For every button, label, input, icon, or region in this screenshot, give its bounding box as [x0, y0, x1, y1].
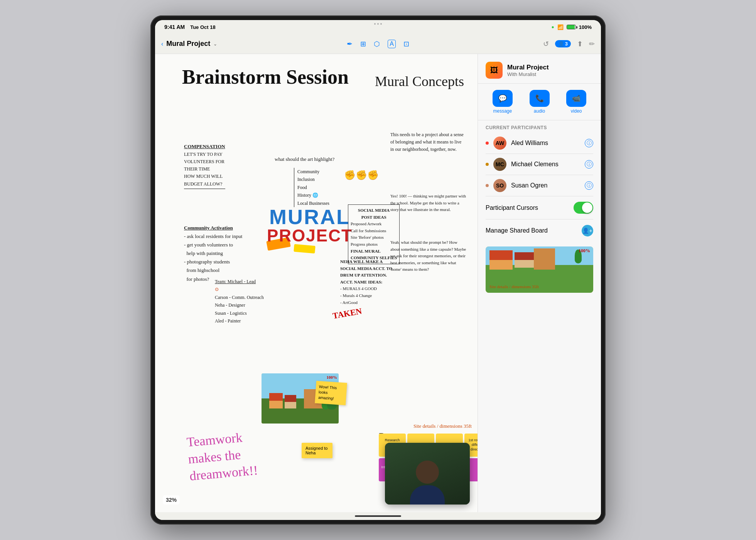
home-indicator: [155, 512, 601, 520]
ipad-screen: 9:41 AM Tue Oct 18 ● 📶 100% ‹ Mural P: [155, 20, 601, 520]
panel-title: Mural Project: [507, 64, 549, 71]
participant-row-aled: AW Aled Williams ⓘ: [478, 133, 601, 154]
share-icon[interactable]: ⬆: [577, 40, 583, 48]
video-call-overlay: [385, 443, 470, 505]
susan-dot: [486, 184, 489, 187]
project-title: Mural Project: [166, 40, 210, 48]
status-time: 9:41 AM: [164, 24, 185, 30]
person-body: [410, 485, 445, 505]
community-activation: Community Activation - ask local residen…: [184, 224, 242, 284]
camera-indicator: ●: [552, 24, 554, 30]
project-dropdown-icon[interactable]: ⌄: [213, 41, 217, 47]
manage-label: Manage Shared Board: [486, 227, 582, 234]
toggle-knob: [582, 202, 592, 213]
battery-percent: 100%: [579, 24, 592, 30]
audio-label: audio: [534, 108, 545, 114]
mural-concepts-heading: Mural Concepts: [375, 73, 464, 89]
mural-project-logo: MURAL PROJECT: [267, 206, 353, 244]
back-button[interactable]: ‹: [161, 40, 163, 47]
panel-header: 🖼 Mural Project With Muralist: [478, 54, 601, 84]
susan-name: Susan Ogren: [511, 182, 580, 189]
this-needs-text: This needs to be a project about a sense…: [390, 131, 464, 154]
cursors-label: Participant Cursors: [486, 204, 574, 211]
battery-icon: [567, 25, 576, 29]
taken-stamp: TAKEN: [332, 306, 363, 321]
art-highlight-question: what should the art highlight?: [275, 156, 334, 162]
brush-stroke-yellow: [294, 244, 316, 254]
participant-cursors-row: Participant Cursors: [478, 196, 601, 219]
susan-info-button[interactable]: ⓘ: [585, 181, 593, 190]
pen-tool-icon[interactable]: ✒: [347, 40, 353, 48]
video-label: video: [571, 108, 582, 114]
michael-info-button[interactable]: ⓘ: [585, 160, 593, 169]
yeah-text: Yeah, what should the prompt be? How abo…: [390, 239, 467, 273]
michael-dot: [486, 163, 489, 166]
teamwork-text: Teamworkmakes thedreamwork!!: [186, 428, 258, 485]
message-label: message: [493, 108, 512, 114]
status-bar: 9:41 AM Tue Oct 18 ● 📶 100%: [155, 20, 601, 34]
manage-shared-board-icon[interactable]: 👤+: [582, 225, 593, 236]
manage-shared-board-row[interactable]: Manage Shared Board 👤+: [478, 219, 601, 242]
toolbar: ‹ Mural Project ⌄ ✒ ⊞ ⬡ A ⊡ ↺ 👤3 ⬆ ✏: [155, 34, 601, 54]
frame-tool-icon[interactable]: ⊞: [360, 40, 366, 48]
home-bar: [355, 515, 401, 517]
text-tool-icon[interactable]: A: [388, 40, 396, 48]
site-label: Site details / dimensions 35ft: [413, 423, 472, 429]
status-date: Tue Oct 18: [190, 24, 216, 30]
collab-count[interactable]: 👤3: [555, 40, 571, 47]
contact-actions: 💬 message 📞 audio 📹 video: [478, 84, 601, 120]
cursors-toggle[interactable]: [574, 202, 593, 214]
audio-icon: 📞: [530, 90, 550, 107]
susan-avatar: SO: [493, 179, 506, 192]
assigned-sticky: Assigned toNeha: [302, 443, 332, 458]
fist-emojis: ✊✊✊: [344, 170, 379, 181]
right-panel: 🖼 Mural Project With Muralist 💬 message …: [478, 54, 601, 512]
app-icon: 🖼: [486, 62, 503, 79]
panel-subtitle: With Muralist: [507, 71, 549, 77]
michael-avatar: MC: [493, 158, 506, 171]
main-content: Brainstorm Session Mural Concepts COMPEN…: [155, 54, 601, 512]
whiteboard[interactable]: Brainstorm Session Mural Concepts COMPEN…: [155, 54, 478, 512]
participant-row-susan: SO Susan Ogren ⓘ: [478, 175, 601, 196]
shapes-tool-icon[interactable]: ⬡: [374, 40, 380, 48]
michael-name: Michael Clemens: [511, 161, 580, 168]
video-action[interactable]: 📹 video: [559, 90, 593, 114]
compensation-block: COMPENSATION LET'S TRY TO PAYVOLUNTEERS …: [184, 143, 225, 189]
aled-info-button[interactable]: ⓘ: [585, 139, 593, 147]
image-tool-icon[interactable]: ⊡: [403, 40, 409, 48]
message-icon: 💬: [493, 90, 513, 107]
highlight-list: Community Inclusion Food History 🌐 Local…: [294, 168, 329, 207]
brainstorm-title: Brainstorm Session: [182, 66, 349, 88]
edit-icon[interactable]: ✏: [589, 40, 595, 48]
aled-name: Aled Williams: [511, 140, 580, 147]
panel-thumbnail: 100% Site details / dimensions 35ft: [486, 246, 593, 293]
video-icon: 📹: [566, 90, 586, 107]
ipad-frame: 9:41 AM Tue Oct 18 ● 📶 100% ‹ Mural P: [150, 15, 606, 525]
wow-sticky: Wow! Thislooks amazing!: [315, 381, 347, 405]
team-list: Team: Michael - Lead ⊙ Carson - Comm. Ou…: [215, 278, 264, 325]
undo-icon[interactable]: ↺: [543, 40, 549, 48]
participants-section-header: CURRENT PARTICIPANTS: [478, 120, 601, 133]
aled-dot: [486, 142, 489, 145]
aled-avatar: AW: [493, 137, 506, 150]
participant-row-michael: MC Michael Clemens ⓘ: [478, 154, 601, 175]
person-head: [416, 461, 439, 484]
video-person: [385, 443, 470, 505]
yes-100-text: Yes! 100! — thinking we might partner wi…: [390, 193, 467, 213]
audio-action[interactable]: 📞 audio: [523, 90, 557, 114]
neha-note: NEHA WILL MAKE ASOCIAL MEDIA ACCT. TODRU…: [340, 258, 392, 306]
zoom-indicator: 32%: [163, 495, 180, 505]
message-action[interactable]: 💬 message: [486, 90, 520, 114]
wifi-icon: 📶: [557, 24, 564, 30]
